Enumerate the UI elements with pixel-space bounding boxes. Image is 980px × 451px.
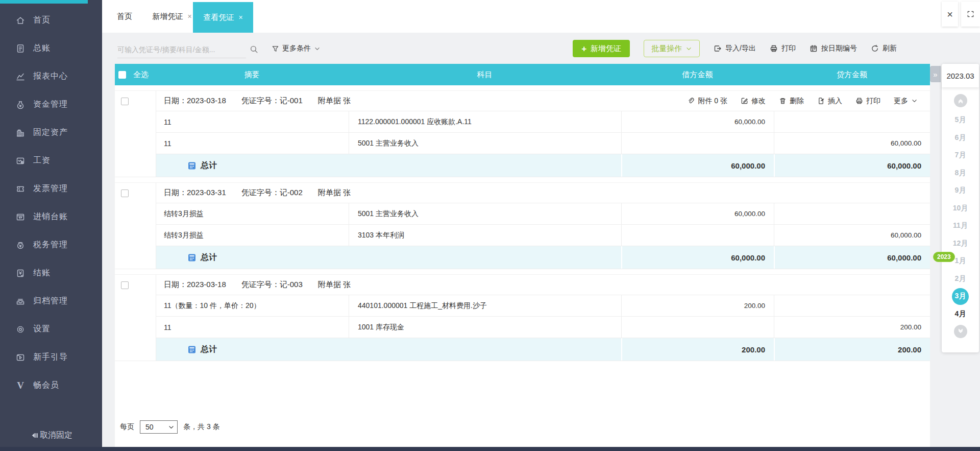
total-debit: 60,000.00 (621, 246, 774, 269)
action-attachment[interactable]: 附件 0 张 (687, 97, 727, 106)
voucher-line-row[interactable]: 11 1001 库存现金 200.00 (115, 317, 930, 338)
sidebar-item-archive[interactable]: 归档管理 (0, 287, 102, 315)
month-4月[interactable]: 4月 (942, 305, 979, 323)
tab-view-voucher[interactable]: 查看凭证× (193, 2, 253, 33)
sidebar-item-funds[interactable]: 资金管理 (0, 90, 102, 118)
voucher-line-row[interactable]: 11（数量：10 件，单价：20） 440101.000001 工程施工_材料费… (115, 295, 930, 317)
voucher-line-row[interactable]: 11 5001 主营业务收入 60,000.00 (115, 133, 930, 154)
sidebar-item-settings[interactable]: 设置 (0, 315, 102, 343)
collapse-month-panel-button[interactable]: » (930, 66, 941, 82)
voucher-date: 日期：2023-03-18 (164, 96, 226, 106)
action-delete[interactable]: 删除 (779, 97, 804, 106)
unpin-sidebar-button[interactable]: 取消固定 (0, 430, 102, 441)
tab-bar: 首页新增凭证×查看凭证× (102, 0, 980, 33)
tab-close-icon[interactable]: × (187, 12, 191, 20)
voucher-checkbox[interactable] (121, 189, 129, 197)
sidebar-item-label: 畅会员 (33, 380, 59, 391)
close-window-button[interactable]: × (942, 2, 958, 27)
main-area: 首页新增凭证×查看凭证× × 更多条件 + 新增凭证 批量操作 导入/导出 (102, 0, 980, 451)
total-label-cell: 总计 (156, 154, 621, 177)
number-by-date-button[interactable]: 按日期编号 (810, 44, 857, 53)
sidebar-item-home[interactable]: 首页 (0, 6, 102, 34)
import-export-button[interactable]: 导入/导出 (714, 44, 756, 53)
month-3月[interactable]: 3月 (942, 288, 979, 305)
cell-account: 440101.000001 工程施工_材料费用.沙子 (349, 295, 621, 316)
refresh-button[interactable]: 刷新 (871, 44, 897, 53)
closing-book-icon (15, 268, 26, 278)
import-export-icon (714, 44, 722, 53)
voucher-line-row[interactable]: 结转3月损益 5001 主营业务收入 60,000.00 (115, 203, 930, 225)
tax-coin-icon (15, 240, 26, 250)
month-12月[interactable]: 12月 (942, 235, 979, 253)
sidebar: 首页 总账 报表中心 资金管理 固定资产 工资 发票管理 进销台账 税务管理 结… (0, 0, 102, 451)
scroll-months-up-button[interactable] (954, 94, 967, 107)
sidebar-item-label: 固定资产 (33, 127, 68, 138)
sidebar-top-accent (0, 0, 88, 4)
sidebar-item-fixed-assets[interactable]: 固定资产 (0, 118, 102, 147)
batch-operations-button[interactable]: 批量操作 (644, 40, 700, 57)
sidebar-item-report-center[interactable]: 报表中心 (0, 62, 102, 90)
month-11月[interactable]: 11月 (942, 217, 979, 235)
voucher-line-row[interactable]: 11 1122.000001.000001 应收账款.A.11 60,000.0… (115, 111, 930, 133)
select-all-checkbox[interactable] (118, 71, 126, 79)
cell-credit (774, 203, 930, 224)
voucher-info: 日期：2023-03-18 凭证字号：记-001 附单据 张 (164, 96, 351, 106)
moneybag-icon (15, 100, 26, 110)
voucher-header-row: 日期：2023-03-31 凭证字号：记-002 附单据 张 (115, 183, 930, 203)
sidebar-item-invoice[interactable]: 发票管理 (0, 175, 102, 203)
pagination: 每页 50 条，共 3 条 (120, 420, 220, 434)
month-10月[interactable]: 10月 (942, 200, 979, 218)
action-edit[interactable]: 修改 (741, 97, 766, 106)
fullscreen-button[interactable] (961, 2, 980, 27)
month-6月[interactable]: 6月 (942, 129, 979, 147)
month-5月[interactable]: 5月 (942, 111, 979, 129)
refresh-icon (871, 44, 879, 53)
voucher-checkbox[interactable] (121, 98, 129, 105)
month-2月[interactable]: 2月 (942, 270, 979, 288)
play-guide-icon (15, 352, 26, 363)
cell-debit (621, 133, 774, 154)
action-insert[interactable]: 插入 (817, 97, 842, 106)
add-voucher-button[interactable]: + 新增凭证 (573, 40, 630, 57)
total-credit: 60,000.00 (774, 246, 930, 269)
month-8月[interactable]: 8月 (942, 164, 979, 182)
sidebar-item-guide[interactable]: 新手引导 (0, 343, 102, 371)
sidebar-item-label: 新手引导 (33, 352, 68, 363)
search-input[interactable] (117, 41, 246, 58)
voucher-line-row[interactable]: 结转3月损益 3103 本年利润 60,000.00 (115, 225, 930, 246)
tab-new-voucher[interactable]: 新增凭证× (145, 0, 199, 33)
voucher-attachment-note: 附单据 张 (318, 96, 351, 106)
sidebar-item-trade-ledger[interactable]: 进销台账 (0, 203, 102, 231)
tab-close-icon[interactable]: × (238, 13, 242, 21)
voucher-actions: 附件 0 张修改删除插入打印更多 (687, 97, 918, 106)
voucher-group: 日期：2023-03-18 凭证字号：记-003 附单据 张 11（数量：10 … (115, 274, 930, 361)
cell-credit: 60,000.00 (774, 225, 930, 246)
table-header: 全选 摘要 科目 借方金额 贷方金额 (115, 64, 930, 85)
voucher-checkbox[interactable] (121, 281, 129, 289)
sidebar-item-label: 报表中心 (33, 71, 68, 82)
column-account: 科目 (348, 70, 621, 80)
toolbar-actions: + 新增凭证 批量操作 导入/导出 打印 按日期编号 刷新 (573, 39, 897, 58)
month-9月[interactable]: 9月 (942, 182, 979, 200)
page-size-select[interactable]: 50 (140, 420, 178, 434)
chevron-down-icon (911, 98, 918, 104)
action-print[interactable]: 打印 (855, 97, 880, 106)
print-button[interactable]: 打印 (770, 44, 796, 53)
sidebar-item-member[interactable]: V 畅会员 (0, 371, 102, 399)
sidebar-item-label: 税务管理 (33, 240, 68, 250)
sidebar-item-label: 设置 (33, 324, 51, 335)
voucher-total-row: 总计 200.00 200.00 (115, 338, 930, 361)
tab-home[interactable]: 首页 (109, 0, 140, 33)
voucher-attachment-note: 附单据 张 (318, 188, 351, 198)
voucher-groups: 日期：2023-03-18 凭证字号：记-001 附单据 张 附件 0 张修改删… (115, 90, 930, 361)
search-icon[interactable] (250, 45, 258, 54)
month-7月[interactable]: 7月 (942, 147, 979, 164)
more-filters-button[interactable]: 更多条件 (272, 44, 321, 53)
sidebar-item-general-ledger[interactable]: 总账 (0, 34, 102, 62)
scroll-months-down-button[interactable] (954, 325, 967, 338)
sidebar-item-tax[interactable]: 税务管理 (0, 231, 102, 259)
sidebar-item-salary[interactable]: 工资 (0, 147, 102, 175)
sidebar-item-closing[interactable]: 结账 (0, 259, 102, 287)
action-more[interactable]: 更多 (894, 97, 918, 106)
cell-debit: 200.00 (621, 295, 774, 316)
